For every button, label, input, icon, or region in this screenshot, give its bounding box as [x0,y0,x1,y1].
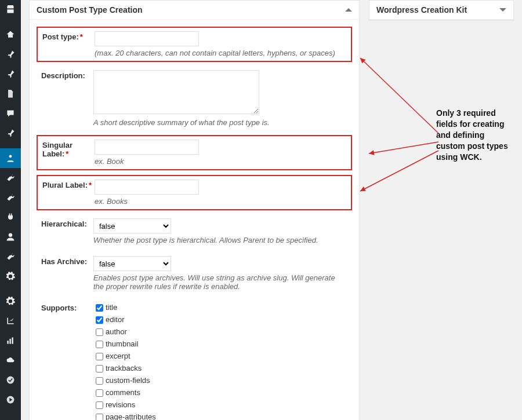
supports-option-trackbacks[interactable]: trackbacks [93,363,347,374]
sidebar-gear-icon[interactable] [0,291,21,311]
supports-checkbox-thumbnail[interactable] [96,341,103,348]
main-panel-title: Custom Post Type Creation [37,5,143,14]
sidebar-page-icon[interactable] [0,84,21,104]
main-panel-body: Post type:* (max. 20 characters, can not… [30,20,359,420]
hint-plural-label: ex. Books [95,197,346,206]
sidebar-gear-icon[interactable] [0,266,21,286]
sidebar-pin-icon[interactable] [0,45,21,64]
sidebar-comment-icon[interactable] [0,104,21,123]
sidebar-dashboard-icon[interactable] [0,0,21,20]
svg-rect-2 [7,341,8,344]
collapse-icon[interactable] [345,8,352,12]
svg-line-9 [360,151,438,191]
sidebar-tool-icon[interactable] [0,168,21,188]
hierarchical-select[interactable]: false [93,218,171,233]
supports-option-editor[interactable]: editor [93,315,347,326]
supports-checkbox-revisions[interactable] [96,401,103,409]
label-hierarchical: Hierarchical: [41,218,93,244]
label-description: Description: [41,70,93,127]
field-description: Description: A short descriptive summary… [37,67,352,130]
field-hierarchical: Hierarchical: false Whether the post typ… [37,215,352,248]
svg-line-7 [360,58,438,133]
has-archive-select[interactable]: false [93,256,171,271]
side-panel-title: Wordpress Creation Kit [376,5,467,14]
supports-checkbox-trackbacks[interactable] [96,365,103,372]
supports-checkbox-title[interactable] [96,304,103,312]
supports-checkbox-comments[interactable] [96,389,103,397]
hint-has-archive: Enables post type archives. Will use str… [93,273,347,291]
svg-rect-3 [9,339,10,344]
hint-singular-label: ex. Book [95,157,346,166]
supports-option-thumbnail[interactable]: thumbnail [93,339,347,350]
main-panel-header[interactable]: Custom Post Type Creation [30,1,359,20]
svg-point-0 [9,155,12,158]
supports-option-title[interactable]: title [93,302,347,313]
sidebar-cloud-icon[interactable] [0,350,21,370]
field-post-type: Post type:* (max. 20 characters, can not… [37,27,352,62]
supports-option-page-attributes[interactable]: page-attributes [93,412,347,420]
supports-checklist: titleeditorauthorthumbnailexcerpttrackba… [93,302,347,420]
supports-checkbox-author[interactable] [96,328,103,336]
svg-point-1 [9,233,12,237]
field-singular-label: Singular Label:* ex. Book [37,135,352,170]
supports-option-excerpt[interactable]: excerpt [93,351,347,362]
supports-option-author[interactable]: author [93,327,347,338]
wp-admin-sidebar [0,0,21,420]
supports-checkbox-custom-fields[interactable] [96,377,103,385]
label-supports: Supports: [41,302,93,420]
sidebar-tool-icon[interactable] [0,247,21,266]
sidebar-pin-icon[interactable] [0,64,21,84]
sidebar-graph-icon[interactable] [0,311,21,331]
sidebar-check-icon[interactable] [0,370,21,390]
field-plural-label: Plural Label:* ex. Books [37,175,352,210]
supports-option-comments[interactable]: comments [93,388,347,399]
sidebar-pin-icon[interactable] [0,123,21,143]
side-panel-header[interactable]: Wordpress Creation Kit [369,1,513,20]
supports-option-revisions[interactable]: revisions [93,400,347,411]
supports-checkbox-editor[interactable] [96,316,103,324]
label-post-type: Post type:* [42,31,95,57]
sidebar-user-icon[interactable] [0,227,21,247]
hint-hierarchical: Whether the post type is hierarchical. A… [93,236,347,244]
label-singular-label: Singular Label:* [42,140,95,166]
svg-rect-4 [12,337,13,344]
expand-icon[interactable] [499,8,506,12]
supports-option-custom-fields[interactable]: custom-fields [93,375,347,386]
hint-description: A short descriptive summary of what the … [93,118,347,127]
label-plural-label: Plural Label:* [42,180,95,206]
sidebar-play-icon[interactable] [0,390,21,410]
singular-label-input[interactable] [95,140,199,155]
sidebar-home-icon[interactable] [0,25,21,45]
field-has-archive: Has Archive: false Enables post type arc… [37,253,352,294]
hint-post-type: (max. 20 characters, can not contain cap… [95,49,346,57]
side-panel: Wordpress Creation Kit [369,0,514,20]
main-panel: Custom Post Type Creation Post type:* (m… [29,0,360,420]
label-has-archive: Has Archive: [41,256,93,291]
supports-checkbox-page-attributes[interactable] [96,414,103,420]
supports-checkbox-excerpt[interactable] [96,353,103,360]
sidebar-stats-icon[interactable] [0,331,21,350]
annotation-text: Only 3 required fields for creating and … [436,108,512,162]
description-input[interactable] [93,70,259,114]
plural-label-input[interactable] [95,180,199,195]
sidebar-person-icon[interactable] [0,148,21,168]
sidebar-tool-icon[interactable] [0,188,21,207]
svg-point-5 [7,377,14,384]
post-type-input[interactable] [95,31,199,46]
field-supports: Supports: titleeditorauthorthumbnailexce… [37,299,352,420]
svg-line-8 [369,142,438,154]
sidebar-plugin-icon[interactable] [0,207,21,227]
main-area: Custom Post Type Creation Post type:* (m… [21,0,522,420]
